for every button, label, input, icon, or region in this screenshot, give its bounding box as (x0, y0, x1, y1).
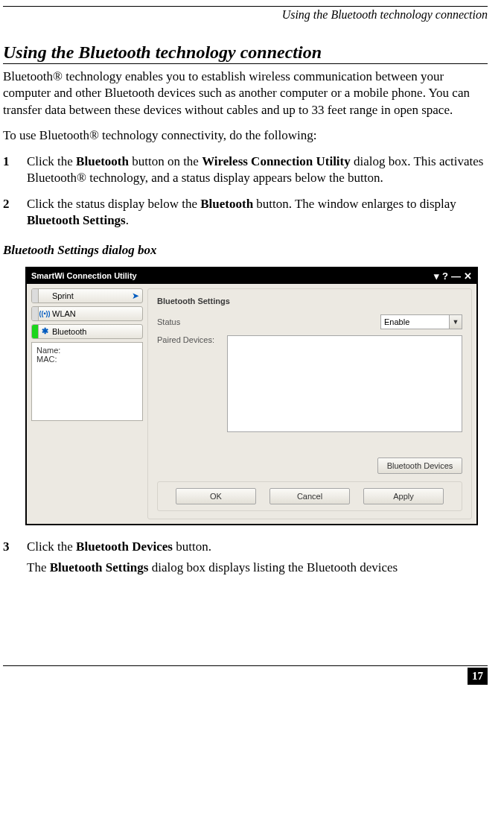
status-led (32, 307, 39, 320)
intro-paragraph: Bluetooth® technology enables you to est… (3, 69, 488, 118)
step-text: Click the Bluetooth button on the Wirele… (27, 153, 488, 187)
step-3: 3 Click the Bluetooth Devices button. (3, 539, 488, 555)
figure-caption: Bluetooth Settings dialog box (3, 243, 488, 258)
step-2: 2 Click the status display below the Blu… (3, 196, 488, 229)
status-led (32, 289, 39, 303)
status-value: Enable (381, 317, 449, 326)
close-icon[interactable]: ✕ (464, 271, 472, 281)
titlebar[interactable]: SmartWi Connection Utility ▾ ? — ✕ (27, 268, 476, 284)
status-led (32, 325, 39, 338)
paired-label: Paired Devices: (157, 335, 224, 452)
info-box: Name: MAC: (31, 342, 143, 421)
sprint-button[interactable]: Sprint ➤ (31, 288, 143, 303)
step-3-follow: The Bluetooth Settings dialog box displa… (27, 560, 488, 576)
section-title: Using the Bluetooth technology connectio… (3, 42, 488, 64)
info-name-label: Name: (36, 346, 138, 355)
bluetooth-button[interactable]: ✱ Bluetooth (31, 324, 143, 339)
wifi-icon: ((•)) (39, 310, 51, 317)
step-text: Click the status display below the Bluet… (27, 196, 488, 229)
lead-in: To use Bluetooth® technology connectivit… (3, 127, 488, 144)
step-1: 1 Click the Bluetooth button on the Wire… (3, 153, 488, 187)
minimize-icon[interactable]: — (451, 271, 461, 281)
wlan-button[interactable]: ((•)) WLAN (31, 306, 143, 321)
window-title: SmartWi Connection Utility (31, 271, 431, 280)
step-number: 3 (3, 539, 27, 555)
menu-icon[interactable]: ▾ (434, 271, 439, 281)
cancel-button[interactable]: Cancel (269, 488, 350, 504)
status-select[interactable]: Enable ▼ (380, 314, 462, 329)
ok-button[interactable]: OK (176, 488, 256, 504)
paired-devices-list[interactable] (227, 335, 462, 432)
action-row: OK Cancel Apply (157, 481, 462, 511)
panel-title: Bluetooth Settings (157, 297, 462, 305)
help-icon[interactable]: ? (442, 271, 448, 281)
running-head: Using the Bluetooth technology connectio… (3, 8, 488, 22)
step-text: Click the Bluetooth Devices button. (27, 539, 211, 555)
page-number: 17 (468, 668, 488, 685)
chevron-down-icon[interactable]: ▼ (449, 315, 462, 329)
sprint-arrow-icon: ➤ (132, 291, 142, 301)
bluetooth-devices-button[interactable]: Bluetooth Devices (377, 458, 462, 474)
info-mac-label: MAC: (36, 355, 138, 364)
step-number: 2 (3, 196, 27, 229)
step-number: 1 (3, 153, 27, 187)
bluetooth-label: Bluetooth (51, 327, 142, 336)
sprint-label: Sprint (51, 291, 132, 300)
dialog-window: SmartWi Connection Utility ▾ ? — ✕ Sprin… (25, 267, 478, 525)
bluetooth-icon: ✱ (39, 326, 51, 336)
apply-button[interactable]: Apply (363, 488, 444, 504)
wlan-label: WLAN (51, 309, 142, 318)
status-label: Status (157, 317, 224, 326)
settings-panel: Bluetooth Settings Status Enable ▼ Paire… (147, 288, 472, 519)
